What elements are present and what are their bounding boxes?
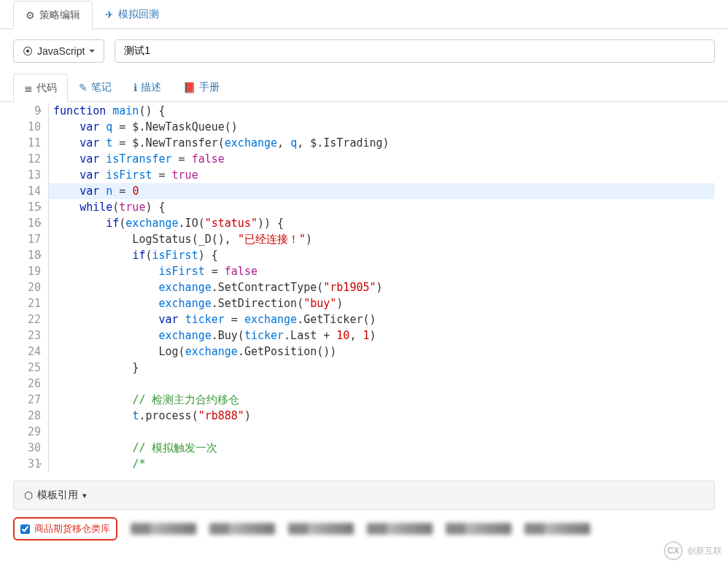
tab-label: 描述 — [141, 81, 161, 94]
tab-label: 策略编辑 — [39, 9, 80, 22]
code-icon: ⦿ — [23, 45, 33, 57]
language-label: JavaScript — [37, 45, 85, 57]
line-number: 17 — [13, 231, 41, 247]
sub-tabs: ≣ 代码 ✎ 笔记 ℹ 描述 📕 手册 — [0, 73, 728, 102]
code-line[interactable]: if(isFirst) { — [49, 247, 715, 263]
toolbar: ⦿ JavaScript — [0, 29, 728, 73]
module-icon: ⬡ — [24, 489, 33, 501]
code-line[interactable]: Log(exchange.GetPosition()) — [49, 344, 715, 360]
template-items: 商品期货移仓类库 — [13, 517, 715, 540]
watermark-logo: CX — [664, 541, 683, 545]
code-line[interactable] — [49, 376, 715, 392]
edit-icon: ✎ — [79, 82, 88, 93]
line-number: 29 — [13, 424, 41, 440]
tab-label: 模拟回测 — [118, 8, 159, 21]
code-area[interactable]: function main() { var q = $.NewTaskQueue… — [48, 103, 715, 472]
tab-label: 代码 — [36, 82, 57, 95]
line-number: 24 — [13, 344, 41, 360]
code-line[interactable]: /* — [49, 456, 715, 472]
code-line[interactable]: exchange.SetDirection("buy") — [49, 295, 715, 311]
book-icon: 📕 — [183, 82, 195, 93]
code-line[interactable]: function main() { — [49, 103, 715, 119]
code-line[interactable]: } — [49, 360, 715, 376]
template-item-checked[interactable]: 商品期货移仓类库 — [13, 517, 117, 540]
watermark-text: 创新互联 — [687, 545, 722, 546]
code-line[interactable]: var ticker = exchange.GetTicker() — [49, 311, 715, 327]
list-icon: ≣ — [24, 82, 33, 94]
template-item-blurred — [131, 523, 196, 535]
line-number: 26 — [13, 376, 41, 392]
code-editor[interactable]: 9▾101112131415▾16▾1718▾19202122232425262… — [0, 103, 728, 472]
watermark: CX 创新互联 — [664, 541, 722, 545]
line-number: 28 — [13, 408, 41, 424]
line-gutter: 9▾101112131415▾16▾1718▾19202122232425262… — [13, 103, 48, 472]
code-line[interactable]: t.process("rb888") — [49, 408, 715, 424]
line-number: 22 — [13, 311, 41, 327]
strategy-name-input[interactable] — [115, 39, 715, 63]
line-number: 10 — [13, 119, 41, 135]
code-line[interactable]: isFirst = false — [49, 263, 715, 279]
line-number: 15▾ — [13, 199, 41, 215]
code-line[interactable]: while(true) { — [49, 199, 715, 215]
line-number: 25 — [13, 360, 41, 376]
line-number: 13 — [13, 167, 41, 183]
line-number: 16▾ — [13, 215, 41, 231]
tab-strategy-edit[interactable]: ⚙ 策略编辑 — [13, 1, 93, 29]
line-number: 12 — [13, 151, 41, 167]
template-item-blurred — [209, 523, 275, 535]
main-tabs: ⚙ 策略编辑 ✈ 模拟回测 — [0, 0, 728, 29]
template-item-blurred — [367, 523, 433, 535]
code-line[interactable]: // 检测主力合约移仓 — [49, 392, 715, 408]
template-checkbox[interactable] — [20, 524, 30, 534]
chevron-down-icon — [89, 50, 95, 55]
line-number: 31▾ — [13, 456, 41, 472]
gear-icon: ⚙ — [26, 9, 35, 21]
template-ref-label: 模板引用 — [37, 489, 78, 502]
line-number: 9▾ — [13, 103, 41, 119]
template-reference-toggle[interactable]: ⬡ 模板引用 ▾ — [13, 481, 715, 510]
fold-icon[interactable]: ▾ — [39, 103, 42, 119]
tab-label: 手册 — [199, 81, 220, 94]
line-number: 11 — [13, 135, 41, 151]
code-line[interactable]: exchange.SetContractType("rb1905") — [49, 279, 715, 295]
fold-icon[interactable]: ▾ — [39, 215, 42, 231]
tab-backtest[interactable]: ✈ 模拟回测 — [93, 0, 171, 28]
code-line[interactable]: var isTransfer = false — [49, 151, 715, 167]
template-item-blurred — [446, 523, 511, 535]
plane-icon: ✈ — [105, 9, 114, 20]
tab-manual[interactable]: 📕 手册 — [172, 73, 231, 101]
fold-icon[interactable]: ▾ — [39, 456, 42, 472]
info-icon: ℹ — [133, 82, 137, 93]
template-item-blurred — [524, 523, 590, 535]
tab-code[interactable]: ≣ 代码 — [13, 74, 68, 102]
template-item-blurred — [288, 523, 354, 535]
line-number: 20 — [13, 279, 41, 295]
line-number: 14 — [13, 183, 41, 199]
chevron-down-icon: ▾ — [82, 491, 87, 500]
fold-icon[interactable]: ▾ — [39, 199, 42, 215]
code-line[interactable]: var isFirst = true — [49, 167, 715, 183]
tab-description[interactable]: ℹ 描述 — [123, 73, 172, 101]
code-line[interactable]: LogStatus(_D(), "已经连接！") — [49, 231, 715, 247]
tab-label: 笔记 — [91, 81, 112, 94]
tab-notes[interactable]: ✎ 笔记 — [68, 73, 123, 101]
template-label: 商品期货移仓类库 — [34, 522, 110, 535]
code-line[interactable]: var t = $.NewTransfer(exchange, q, $.IsT… — [49, 135, 715, 151]
fold-icon[interactable]: ▾ — [39, 247, 42, 263]
code-line[interactable]: var q = $.NewTaskQueue() — [49, 119, 715, 135]
line-number: 30 — [13, 440, 41, 456]
line-number: 23 — [13, 327, 41, 344]
code-line[interactable]: exchange.Buy(ticker.Last + 10, 1) — [49, 327, 715, 344]
line-number: 19 — [13, 263, 41, 279]
code-line[interactable]: // 模拟触发一次 — [49, 440, 715, 456]
line-number: 18▾ — [13, 247, 41, 263]
line-number: 27 — [13, 392, 41, 408]
code-line[interactable]: if(exchange.IO("status")) { — [49, 215, 715, 231]
code-line[interactable]: var n = 0 — [49, 183, 715, 199]
language-dropdown[interactable]: ⦿ JavaScript — [13, 39, 104, 63]
line-number: 21 — [13, 295, 41, 311]
code-line[interactable] — [49, 424, 715, 440]
